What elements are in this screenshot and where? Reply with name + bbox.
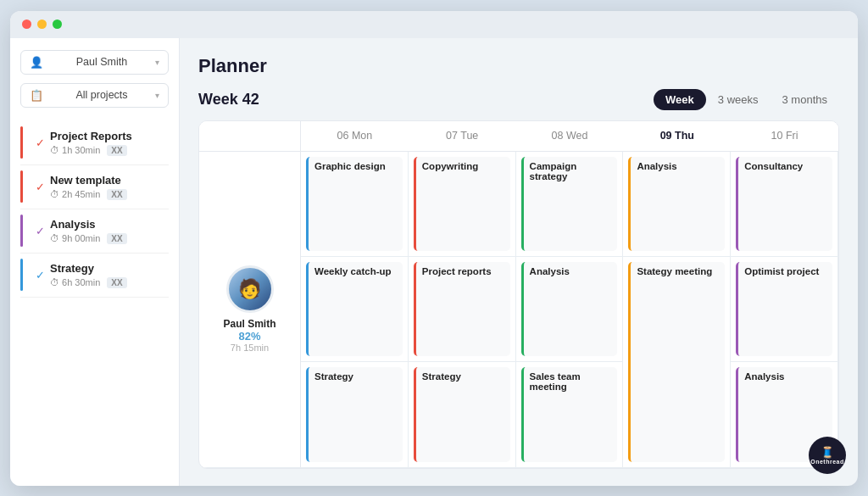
header-wed: 08 Wed xyxy=(516,121,624,152)
sidebar-item-new-template[interactable]: ✓ New template ⏱ 2h 45min XX xyxy=(20,165,169,209)
item-accent xyxy=(20,259,23,291)
item-meta: ⏱ 1h 30min XX xyxy=(50,145,162,156)
item-info: Strategy ⏱ 6h 30min XX xyxy=(50,262,162,288)
item-info: Analysis ⏱ 9h 00min XX xyxy=(50,218,162,244)
cell-tue-row3: Strategy xyxy=(409,362,516,467)
sidebar-item-project-reports[interactable]: ✓ Project Reports ⏱ 1h 30min XX xyxy=(20,121,169,165)
item-accent xyxy=(20,170,23,203)
check-icon: ✓ xyxy=(36,269,45,281)
cell-fri-row1: Consultancy xyxy=(731,152,838,257)
planner-header: Week 42 Week3 weeks3 months xyxy=(198,89,839,110)
sidebar-item-analysis[interactable]: ✓ Analysis ⏱ 9h 00min XX xyxy=(20,209,169,254)
minimize-dot[interactable] xyxy=(37,20,47,29)
item-meta: ⏱ 9h 00min XX xyxy=(50,233,162,244)
item-title: Analysis xyxy=(50,218,162,231)
cell-wed-row2: Analysis xyxy=(516,257,624,362)
user-cell: 🧑 Paul Smith 82% 7h 15min xyxy=(199,152,301,468)
brand-badge: 🧵 Onethread xyxy=(809,437,846,474)
task-card-fri-1[interactable]: Optimist project xyxy=(736,262,832,356)
cell-mon-row1: Graphic design xyxy=(301,152,409,257)
sidebar-items-list: ✓ Project Reports ⏱ 1h 30min XX ✓ New te… xyxy=(20,121,169,298)
item-badge: XX xyxy=(107,233,126,244)
user-icon: 👤 xyxy=(30,56,43,69)
item-time: ⏱ 9h 00min xyxy=(50,233,100,243)
main-content: 👤 Paul Smith ▾ 📋 All projects ▾ ✓ Projec… xyxy=(10,38,858,486)
header-mon: 06 Mon xyxy=(301,121,409,152)
item-time: ⏱ 2h 45min xyxy=(50,189,100,199)
task-card-tue-2[interactable]: Strategy xyxy=(414,367,510,461)
item-badge: XX xyxy=(107,189,126,200)
item-title: Project Reports xyxy=(50,130,162,142)
grid-header-user-cell xyxy=(199,121,301,152)
item-title: New template xyxy=(50,174,162,187)
user-time: 7h 15min xyxy=(231,343,269,353)
item-meta: ⏱ 2h 45min XX xyxy=(50,189,162,200)
cell-tue-row1: Copywriting xyxy=(409,152,516,257)
task-card-mon-0[interactable]: Graphic design xyxy=(306,157,403,251)
project-select-label: All projects xyxy=(75,89,127,101)
item-badge: XX xyxy=(107,145,126,156)
cell-tue-row2: Project reports xyxy=(409,257,516,362)
item-info: New template ⏱ 2h 45min XX xyxy=(50,174,162,200)
tab-3weeks[interactable]: 3 weeks xyxy=(706,89,771,110)
user-name: Paul Smith xyxy=(223,318,275,330)
item-time: ⏱ 1h 30min xyxy=(50,145,100,155)
check-icon: ✓ xyxy=(36,181,45,193)
main-panel: Planner Week 42 Week3 weeks3 months 🧑 Pa… xyxy=(180,38,858,486)
item-accent xyxy=(20,126,23,159)
header-tue: 07 Tue xyxy=(409,121,516,152)
avatar: 🧑 xyxy=(226,265,274,313)
task-card-tue-0[interactable]: Copywriting xyxy=(414,157,510,251)
folder-icon: 📋 xyxy=(30,89,43,102)
view-tabs: Week3 weeks3 months xyxy=(654,89,839,110)
task-card-mon-2[interactable]: Strategy xyxy=(306,367,403,461)
app-window: 👤 Paul Smith ▾ 📋 All projects ▾ ✓ Projec… xyxy=(10,11,858,486)
brand-name: Onethread xyxy=(810,459,844,465)
task-card-thu-0[interactable]: Analysis xyxy=(628,157,725,251)
task-card-thu-1[interactable]: Stategy meeting xyxy=(628,262,725,462)
task-card-tue-1[interactable]: Project reports xyxy=(414,262,510,356)
maximize-dot[interactable] xyxy=(53,20,62,29)
check-icon: ✓ xyxy=(36,137,45,149)
cell-mon-row3: Strategy xyxy=(301,362,409,467)
user-select-label: Paul Smith xyxy=(76,56,127,68)
task-card-wed-0[interactable]: Campaign strategy xyxy=(521,157,618,251)
brand-icon: 🧵 xyxy=(821,446,834,459)
cell-fri-row2: Optimist project xyxy=(731,257,838,362)
item-info: Project Reports ⏱ 1h 30min XX xyxy=(50,130,162,156)
avatar-image: 🧑 xyxy=(229,268,271,310)
item-time: ⏱ 6h 30min xyxy=(50,277,100,287)
cell-thu-row1: Analysis xyxy=(623,152,731,257)
sidebar-item-strategy[interactable]: ✓ Strategy ⏱ 6h 30min XX xyxy=(20,254,169,298)
item-title: Strategy xyxy=(50,262,162,275)
chevron-down-icon: ▾ xyxy=(155,58,159,67)
task-card-wed-2[interactable]: Sales team meeting xyxy=(521,367,618,461)
cell-mon-row2: Weekly catch-up xyxy=(301,257,409,362)
user-select[interactable]: 👤 Paul Smith ▾ xyxy=(20,50,169,75)
item-accent xyxy=(20,215,23,247)
chevron-down-icon-2: ▾ xyxy=(155,91,159,100)
cell-thu-row2: Stategy meeting xyxy=(623,257,731,468)
titlebar xyxy=(10,11,858,38)
header-fri: 10 Fri xyxy=(731,121,838,152)
cell-wed-row1: Campaign strategy xyxy=(516,152,624,257)
close-dot[interactable] xyxy=(22,20,31,29)
item-badge: XX xyxy=(107,277,126,288)
task-card-fri-0[interactable]: Consultancy xyxy=(736,157,832,251)
week-label: Week 42 xyxy=(198,91,259,109)
check-icon: ✓ xyxy=(36,225,45,237)
project-select[interactable]: 📋 All projects ▾ xyxy=(20,83,169,108)
task-card-wed-1[interactable]: Analysis xyxy=(521,262,618,356)
item-meta: ⏱ 6h 30min XX xyxy=(50,277,162,288)
tab-3months[interactable]: 3 months xyxy=(771,89,839,110)
task-card-mon-1[interactable]: Weekly catch-up xyxy=(306,262,403,356)
header-thu: 09 Thu xyxy=(623,121,731,152)
sidebar: 👤 Paul Smith ▾ 📋 All projects ▾ ✓ Projec… xyxy=(10,38,180,486)
cell-wed-row3: Sales team meeting xyxy=(516,362,624,467)
user-percentage: 82% xyxy=(238,330,260,343)
tab-week[interactable]: Week xyxy=(654,89,706,110)
page-title: Planner xyxy=(198,55,839,77)
planner-grid: 🧑 Paul Smith 82% 7h 15min 06 Mon07 Tue08… xyxy=(198,120,839,469)
